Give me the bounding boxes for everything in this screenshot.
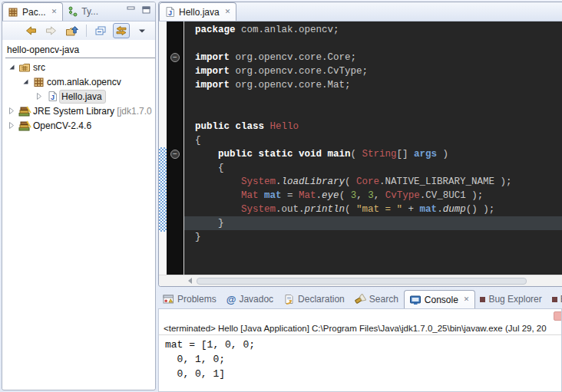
tree-collapsed-icon[interactable] <box>5 122 18 129</box>
back-button[interactable] <box>22 23 39 38</box>
terminate-icon[interactable] <box>554 311 562 321</box>
code-token: } <box>195 232 201 242</box>
javadoc-icon: @ <box>226 294 236 305</box>
code-token <box>195 149 218 160</box>
package-icon <box>33 77 45 87</box>
close-icon[interactable]: ✕ <box>464 296 470 303</box>
tree-item-icon-wrap: J <box>45 91 59 102</box>
editor-tabbar: JHello.java✕ <box>159 2 562 21</box>
forward-arrow-icon <box>45 25 58 36</box>
code-token: CvType <box>385 190 420 201</box>
code-token: public class <box>195 121 264 132</box>
code-token <box>259 190 265 201</box>
tree-item-src[interactable]: src <box>5 60 155 74</box>
collapse-all-button[interactable] <box>92 23 109 38</box>
code-token <box>195 176 241 187</box>
code-line[interactable] <box>195 92 562 106</box>
bottom-tab-search[interactable]: Search <box>350 290 404 308</box>
bottom-tabbar: Problems@JavadocDeclarationSearchConsole… <box>158 290 562 309</box>
code-line[interactable]: } <box>195 230 562 244</box>
forward-button[interactable] <box>43 23 60 38</box>
bottom-tab-problems[interactable]: Problems <box>158 290 222 308</box>
tree-collapsed-icon[interactable] <box>5 107 18 114</box>
bottom-tab-bug[interactable]: Bug <box>547 290 562 308</box>
tree-item-icon-wrap <box>18 106 31 117</box>
minimize-icon[interactable] <box>127 6 136 17</box>
horizontal-scrollbar[interactable] <box>159 275 562 286</box>
link-editor-icon <box>114 25 128 36</box>
bottom-tab-javadoc[interactable]: @Javadoc <box>222 290 279 308</box>
maximize-icon[interactable] <box>142 6 151 17</box>
tree-expanded-icon[interactable] <box>5 64 18 71</box>
library-icon <box>18 120 31 131</box>
sidebar-tab-pac-[interactable]: Pac...✕ <box>2 2 63 21</box>
code-line[interactable]: import org.opencv.core.Core; <box>195 51 562 64</box>
code-line[interactable]: public class Hello <box>195 120 562 133</box>
sidebar-tabbar: Pac...✕Ty... <box>2 2 155 21</box>
code-line[interactable]: System.loadLibrary( Core.NATIVE_LIBRARY_… <box>195 175 562 189</box>
tree-item-label: JRE System Library [jdk1.7.0 <box>31 105 155 117</box>
tree-item-opencv-2-4-6[interactable]: OpenCV-2.4.6 <box>5 118 155 133</box>
collapse-all-icon <box>94 25 107 36</box>
tab-label: Hello.java <box>179 7 220 18</box>
code-line[interactable]: { <box>195 133 562 147</box>
tree-collapsed-icon[interactable] <box>33 93 45 100</box>
tree-item-suffix: [jdk1.7.0 <box>114 106 152 117</box>
code-token: com.anlak.opencv; <box>236 25 339 35</box>
bottom-tab-bug-explorer[interactable]: Bug Explorer <box>475 290 547 308</box>
package-root-folder-icon <box>18 62 31 73</box>
code-line[interactable]: package com.anlak.opencv; <box>195 23 562 37</box>
scroll-left-arrow-icon[interactable] <box>188 278 192 284</box>
tab-label: Ty... <box>81 6 98 17</box>
tree-item-com-anlak-opencv[interactable]: com.anlak.opencv <box>5 74 155 89</box>
editor-panel: JHello.java✕ package com.anlak.opencv;im… <box>158 2 562 287</box>
code-line[interactable]: import org.opencv.core.CvType; <box>195 64 562 78</box>
bottom-views-panel: Problems@JavadocDeclarationSearchConsole… <box>158 290 562 392</box>
code-token: Mat <box>299 190 316 201</box>
editor-body[interactable]: package com.anlak.opencv;import org.open… <box>159 21 562 286</box>
code-token: args <box>414 149 437 160</box>
code-token: package <box>195 25 236 35</box>
tree-expanded-icon[interactable] <box>19 78 31 85</box>
code-line[interactable]: import org.opencv.core.Mat; <box>195 78 562 92</box>
view-menu-button[interactable] <box>134 23 150 38</box>
console-view: <terminated> Hello [Java Application] C:… <box>158 309 562 392</box>
scrollbar-thumb[interactable] <box>197 278 527 285</box>
bug-square-icon <box>480 297 485 302</box>
code-token: ( <box>339 190 351 201</box>
package-explorer-panel: Pac...✕Ty... hello-opencv-java srccom.an… <box>2 2 156 390</box>
console-output[interactable]: mat = [1, 0, 0; 0, 1, 0; 0, 0, 1] <box>159 335 561 381</box>
project-root-label[interactable]: hello-opencv-java <box>5 42 155 57</box>
code-line[interactable] <box>195 37 562 51</box>
code-token: . <box>437 204 443 215</box>
bottom-tab-declaration[interactable]: Declaration <box>279 290 350 308</box>
code-line[interactable]: public static void main( String[] args ) <box>195 147 562 161</box>
problems-icon <box>163 294 174 305</box>
close-icon[interactable]: ✕ <box>225 8 231 15</box>
code-line[interactable]: System.out.println( "mat = " + mat.dump(… <box>195 203 562 216</box>
code-line[interactable]: { <box>195 161 562 175</box>
code-token: import <box>195 80 230 91</box>
code-token: , <box>356 190 368 201</box>
console-output-line: 0, 0, 1] <box>165 367 561 381</box>
tree-item-jre-system-library[interactable]: JRE System Library [jdk1.7.0 <box>5 104 155 118</box>
code-line[interactable]: } <box>195 216 562 230</box>
close-icon[interactable]: ✕ <box>51 8 58 15</box>
tab-label: Search <box>369 294 398 305</box>
code-line[interactable] <box>195 106 562 120</box>
code-line[interactable]: Mat mat = Mat.eye( 3, 3, CvType.CV_8UC1 … <box>195 189 562 203</box>
link-with-editor-button[interactable] <box>113 23 130 38</box>
code-area[interactable]: package com.anlak.opencv;import org.open… <box>184 21 562 275</box>
code-token: String <box>362 149 397 160</box>
fold-minus-icon[interactable]: − <box>170 150 180 159</box>
tab-label: Console <box>425 295 458 305</box>
up-button[interactable] <box>64 23 81 38</box>
package-explorer-toolbar <box>2 21 155 40</box>
code-token: , <box>374 190 385 201</box>
sidebar-tab-ty-[interactable]: Ty... <box>63 2 104 21</box>
tree-item-hello-java[interactable]: JHello.java <box>5 89 155 104</box>
editor-tab-hello-java[interactable]: JHello.java✕ <box>159 2 236 21</box>
fold-minus-icon[interactable]: − <box>170 53 180 62</box>
code-token: mat <box>420 204 438 215</box>
bottom-tab-console[interactable]: Console✕ <box>404 290 476 308</box>
